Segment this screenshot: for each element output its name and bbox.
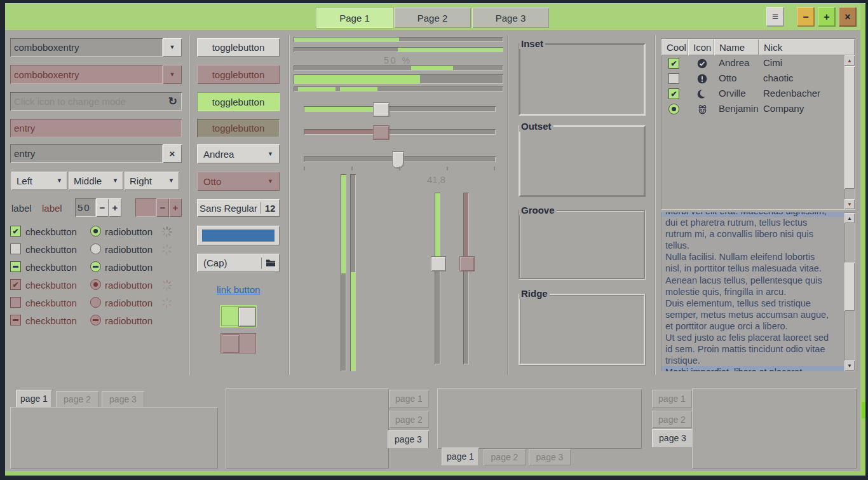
combobox-right[interactable]: Right ▼ xyxy=(125,172,179,190)
entry-input[interactable] xyxy=(10,144,163,163)
text-line: Nulla facilisi. Nullam eleifend lobortis xyxy=(661,251,844,263)
table-row[interactable]: ✔ Orville Redenbacher xyxy=(661,86,845,102)
notebook-right-tab-page-1[interactable]: page 1 xyxy=(389,390,429,408)
scroll-down-button[interactable]: ▼ xyxy=(844,199,855,209)
entry[interactable] xyxy=(10,144,163,163)
cell-checkbox-checked[interactable]: ✔ xyxy=(668,88,679,99)
arrow-up-icon: ▲ xyxy=(847,216,852,221)
cell-checkbox-checked[interactable]: ✔ xyxy=(668,58,679,69)
close-button[interactable]: × xyxy=(839,7,857,27)
maximize-button[interactable]: + xyxy=(818,7,836,27)
scrollbar-thumb[interactable] xyxy=(844,263,855,311)
column-header-icon[interactable]: Icon xyxy=(688,39,714,55)
link-button[interactable]: link button xyxy=(217,284,260,295)
entry-clear-button[interactable]: × xyxy=(163,144,182,163)
color-button[interactable] xyxy=(197,226,280,245)
comboboxentry-input[interactable] xyxy=(10,38,163,57)
switch-handle[interactable] xyxy=(238,307,256,327)
slider-handle[interactable] xyxy=(373,102,390,117)
menu-button[interactable]: ≡ xyxy=(766,7,784,27)
titlebar-tab-page-1[interactable]: Page 1 xyxy=(316,8,393,28)
minimize-button[interactable]: − xyxy=(797,7,815,27)
notebook-bottom-tab-page-2[interactable]: page 2 xyxy=(484,449,526,465)
slider-handle[interactable] xyxy=(431,256,446,271)
comboboxentry-dropdown-button[interactable]: ▼ xyxy=(163,38,182,57)
maximize-icon: + xyxy=(824,11,829,23)
text-line-selected: Morbi vel elit erat. Maecenas dignissim, xyxy=(661,212,844,217)
chevron-down-icon: ▼ xyxy=(268,179,273,184)
table-scrollbar[interactable]: ▲ ▼ xyxy=(844,55,855,209)
scroll-up-button[interactable]: ▲ xyxy=(844,55,855,65)
mode-entry-input[interactable] xyxy=(10,92,182,111)
table-row[interactable]: Benjamin Company xyxy=(661,102,845,117)
tab-label: page 2 xyxy=(658,415,686,425)
scroll-up-button[interactable]: ▲ xyxy=(844,213,855,223)
notebook-left-tab-page-1[interactable]: page 1 xyxy=(652,390,692,408)
togglebutton-label: togglebutton xyxy=(212,97,265,107)
checkbutton-unchecked[interactable] xyxy=(10,243,21,254)
notebook-bottom-tab-page-1[interactable]: page 1 xyxy=(442,448,479,465)
switch-on[interactable] xyxy=(220,305,257,327)
comboboxentry-disabled-input xyxy=(10,65,163,84)
table-row[interactable]: Otto chaotic xyxy=(661,71,845,86)
notebook-right-tab-page-2[interactable]: page 2 xyxy=(389,411,429,428)
combobox-andrea[interactable]: Andrea ▼ xyxy=(197,144,280,163)
scrollbar-thumb[interactable] xyxy=(844,66,855,189)
notebook-top-tab-page-2[interactable]: page 2 xyxy=(56,391,98,408)
slider-handle xyxy=(373,125,390,140)
notebook-right-tab-page-3[interactable]: page 3 xyxy=(388,430,429,448)
tab-label: page 1 xyxy=(447,451,474,462)
file-chooser-button[interactable]: (Cap) xyxy=(197,254,280,272)
notebook-top-tab-page-3[interactable]: page 3 xyxy=(102,391,144,408)
comboboxentry[interactable] xyxy=(10,38,163,57)
hslider-marks[interactable] xyxy=(304,151,496,168)
togglebutton[interactable]: togglebutton xyxy=(197,38,280,57)
vslider[interactable] xyxy=(431,193,445,364)
textview-scrollbar[interactable]: ▲ ▼ xyxy=(844,213,855,371)
refresh-icon[interactable]: ↻ xyxy=(168,95,177,108)
checkbutton-checked[interactable]: ✔ xyxy=(10,226,21,237)
column-header-nick[interactable]: Nick xyxy=(759,39,855,55)
scale-mark xyxy=(494,167,495,170)
titlebar-tab-page-3[interactable]: Page 3 xyxy=(472,8,549,28)
cell-nick: Company xyxy=(763,103,804,114)
spinbutton-value[interactable] xyxy=(75,198,96,217)
scroll-down-button[interactable]: ▼ xyxy=(844,360,855,371)
notebook-top-tab-page-1[interactable]: page 1 xyxy=(16,390,52,408)
notebook-left-tab-page-2[interactable]: page 2 xyxy=(652,411,692,428)
slider-handle[interactable] xyxy=(392,151,404,168)
window-resize-grip[interactable] xyxy=(862,402,865,418)
column-header-name[interactable]: Name xyxy=(714,39,759,55)
hslider[interactable] xyxy=(304,102,496,116)
spinbutton-plus-button[interactable]: + xyxy=(109,198,121,217)
togglebutton-active[interactable]: togglebutton xyxy=(197,92,280,111)
table-row[interactable]: ✔ Andrea Cimi xyxy=(661,56,845,71)
column-header-cool[interactable]: Cool xyxy=(661,39,688,55)
cell-nick: chaotic xyxy=(763,72,794,83)
slider-track[interactable] xyxy=(435,193,440,364)
mode-entry[interactable]: ↻ xyxy=(10,92,182,111)
titlebar-tab-page-2[interactable]: Page 2 xyxy=(394,8,471,28)
spinner-disabled-icon xyxy=(161,279,173,291)
combobox-left[interactable]: Left ▼ xyxy=(11,172,67,190)
radio-dot xyxy=(672,107,676,111)
spinbutton-minus-button[interactable]: − xyxy=(96,198,109,217)
slider-track[interactable] xyxy=(304,106,496,112)
cell-radio-selected[interactable] xyxy=(668,104,679,114)
checkbutton-mixed[interactable] xyxy=(10,261,21,272)
desktop-background: Page 1 Page 2 Page 3 ≡ − + × ▼ ▼ ↻ xyxy=(0,0,868,480)
notebook-left-tab-page-3[interactable]: page 3 xyxy=(652,429,693,447)
notebook-right-content xyxy=(226,388,389,469)
notebook-bottom-tab-page-3[interactable]: page 3 xyxy=(529,449,571,465)
cell-name: Benjamin xyxy=(719,103,759,114)
cell-checkbox-unchecked[interactable] xyxy=(668,73,679,84)
radiobutton-mixed[interactable] xyxy=(90,261,101,272)
separator xyxy=(189,35,190,375)
spinbutton-input[interactable] xyxy=(75,198,96,217)
font-button[interactable]: Sans Regular 12 xyxy=(197,199,280,217)
moon-icon xyxy=(697,89,707,99)
combobox-middle[interactable]: Middle ▼ xyxy=(69,172,123,190)
radiobutton-selected[interactable] xyxy=(90,226,101,237)
textview[interactable]: Morbi vel elit erat. Maecenas dignissim,… xyxy=(661,212,855,371)
radiobutton-unselected[interactable] xyxy=(90,243,101,254)
